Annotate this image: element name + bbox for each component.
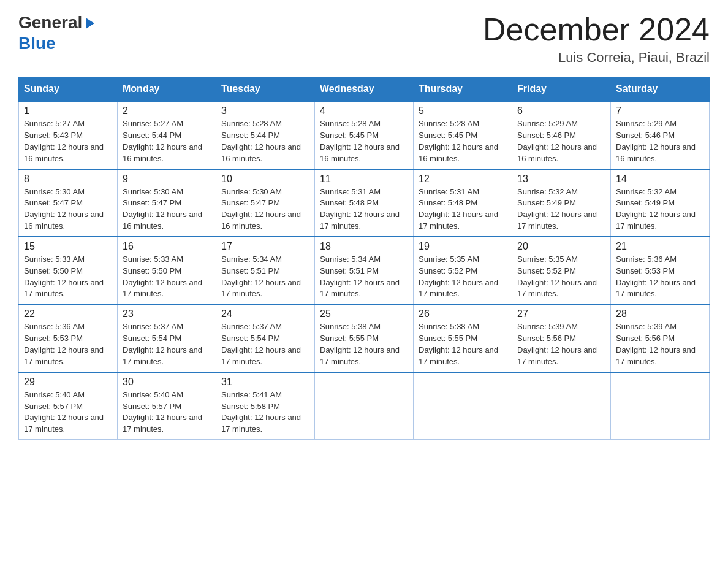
day-number: 22 [24, 308, 112, 320]
day-cell: 11Sunrise: 5:31 AMSunset: 5:48 PMDayligh… [315, 169, 414, 237]
day-info: Sunrise: 5:33 AMSunset: 5:50 PMDaylight:… [24, 254, 112, 300]
week-row-1: 1Sunrise: 5:27 AMSunset: 5:43 PMDaylight… [19, 101, 710, 169]
day-cell: 12Sunrise: 5:31 AMSunset: 5:48 PMDayligh… [414, 169, 512, 237]
day-info: Sunrise: 5:40 AMSunset: 5:57 PMDaylight:… [123, 389, 211, 435]
day-info: Sunrise: 5:38 AMSunset: 5:55 PMDaylight:… [320, 321, 408, 367]
day-cell: 19Sunrise: 5:35 AMSunset: 5:52 PMDayligh… [414, 237, 512, 304]
day-cell [512, 372, 611, 440]
day-cell: 16Sunrise: 5:33 AMSunset: 5:50 PMDayligh… [118, 237, 216, 304]
day-number: 5 [419, 105, 507, 117]
day-cell: 4Sunrise: 5:28 AMSunset: 5:45 PMDaylight… [315, 101, 414, 169]
day-info: Sunrise: 5:34 AMSunset: 5:51 PMDaylight:… [221, 254, 309, 300]
day-info: Sunrise: 5:39 AMSunset: 5:56 PMDaylight:… [616, 321, 704, 367]
day-info: Sunrise: 5:30 AMSunset: 5:47 PMDaylight:… [24, 186, 112, 232]
logo-blue: Blue [18, 34, 56, 53]
day-cell: 5Sunrise: 5:28 AMSunset: 5:45 PMDaylight… [414, 101, 512, 169]
day-info: Sunrise: 5:31 AMSunset: 5:48 PMDaylight:… [419, 186, 507, 232]
day-number: 28 [616, 308, 704, 320]
day-info: Sunrise: 5:30 AMSunset: 5:47 PMDaylight:… [123, 186, 211, 232]
day-cell: 28Sunrise: 5:39 AMSunset: 5:56 PMDayligh… [611, 304, 710, 372]
day-cell: 13Sunrise: 5:32 AMSunset: 5:49 PMDayligh… [512, 169, 611, 237]
day-number: 10 [221, 174, 309, 185]
week-row-2: 8Sunrise: 5:30 AMSunset: 5:47 PMDaylight… [19, 169, 710, 237]
day-cell [414, 372, 512, 440]
day-number: 12 [419, 174, 507, 185]
day-number: 4 [320, 105, 408, 117]
day-info: Sunrise: 5:39 AMSunset: 5:56 PMDaylight:… [517, 321, 605, 367]
day-number: 8 [24, 174, 112, 185]
header-monday: Monday [118, 77, 216, 102]
day-info: Sunrise: 5:29 AMSunset: 5:46 PMDaylight:… [616, 118, 704, 164]
day-cell: 27Sunrise: 5:39 AMSunset: 5:56 PMDayligh… [512, 304, 611, 372]
day-info: Sunrise: 5:31 AMSunset: 5:48 PMDaylight:… [320, 186, 408, 232]
day-number: 13 [517, 174, 605, 185]
header-sunday: Sunday [19, 77, 118, 102]
calendar-header-row: SundayMondayTuesdayWednesdayThursdayFrid… [19, 77, 710, 102]
day-info: Sunrise: 5:28 AMSunset: 5:45 PMDaylight:… [419, 118, 507, 164]
day-cell: 21Sunrise: 5:36 AMSunset: 5:53 PMDayligh… [611, 237, 710, 304]
day-info: Sunrise: 5:32 AMSunset: 5:49 PMDaylight:… [517, 186, 605, 232]
day-number: 18 [320, 241, 408, 252]
day-info: Sunrise: 5:27 AMSunset: 5:43 PMDaylight:… [24, 118, 112, 164]
header-tuesday: Tuesday [216, 77, 315, 102]
day-cell: 29Sunrise: 5:40 AMSunset: 5:57 PMDayligh… [19, 372, 118, 440]
day-cell: 10Sunrise: 5:30 AMSunset: 5:47 PMDayligh… [216, 169, 315, 237]
day-number: 25 [320, 308, 408, 320]
day-number: 21 [616, 241, 704, 252]
page-header: General Blue December 2024 Luis Correia,… [18, 12, 710, 66]
day-number: 1 [24, 105, 112, 117]
day-number: 9 [123, 174, 211, 185]
day-info: Sunrise: 5:40 AMSunset: 5:57 PMDaylight:… [24, 389, 112, 435]
day-cell: 30Sunrise: 5:40 AMSunset: 5:57 PMDayligh… [118, 372, 216, 440]
day-info: Sunrise: 5:36 AMSunset: 5:53 PMDaylight:… [24, 321, 112, 367]
day-cell: 31Sunrise: 5:41 AMSunset: 5:58 PMDayligh… [216, 372, 315, 440]
header-friday: Friday [512, 77, 611, 102]
day-info: Sunrise: 5:33 AMSunset: 5:50 PMDaylight:… [123, 254, 211, 300]
week-row-3: 15Sunrise: 5:33 AMSunset: 5:50 PMDayligh… [19, 237, 710, 304]
day-cell: 3Sunrise: 5:28 AMSunset: 5:44 PMDaylight… [216, 101, 315, 169]
day-info: Sunrise: 5:34 AMSunset: 5:51 PMDaylight:… [320, 254, 408, 300]
day-cell: 15Sunrise: 5:33 AMSunset: 5:50 PMDayligh… [19, 237, 118, 304]
header-saturday: Saturday [611, 77, 710, 102]
day-info: Sunrise: 5:41 AMSunset: 5:58 PMDaylight:… [221, 389, 309, 435]
day-info: Sunrise: 5:37 AMSunset: 5:54 PMDaylight:… [123, 321, 211, 367]
day-number: 16 [123, 241, 211, 252]
day-number: 3 [221, 105, 309, 117]
day-number: 6 [517, 105, 605, 117]
day-cell: 24Sunrise: 5:37 AMSunset: 5:54 PMDayligh… [216, 304, 315, 372]
location-title: Luis Correia, Piaui, Brazil [483, 50, 710, 66]
month-title: December 2024 [483, 12, 710, 47]
day-cell [611, 372, 710, 440]
day-cell: 7Sunrise: 5:29 AMSunset: 5:46 PMDaylight… [611, 101, 710, 169]
day-info: Sunrise: 5:27 AMSunset: 5:44 PMDaylight:… [123, 118, 211, 164]
day-info: Sunrise: 5:38 AMSunset: 5:55 PMDaylight:… [419, 321, 507, 367]
day-info: Sunrise: 5:37 AMSunset: 5:54 PMDaylight:… [221, 321, 309, 367]
calendar-table: SundayMondayTuesdayWednesdayThursdayFrid… [18, 77, 710, 440]
day-number: 29 [24, 377, 112, 388]
day-info: Sunrise: 5:35 AMSunset: 5:52 PMDaylight:… [517, 254, 605, 300]
logo-general: General [18, 12, 82, 33]
day-info: Sunrise: 5:29 AMSunset: 5:46 PMDaylight:… [517, 118, 605, 164]
day-info: Sunrise: 5:28 AMSunset: 5:45 PMDaylight:… [320, 118, 408, 164]
day-info: Sunrise: 5:35 AMSunset: 5:52 PMDaylight:… [419, 254, 507, 300]
week-row-4: 22Sunrise: 5:36 AMSunset: 5:53 PMDayligh… [19, 304, 710, 372]
day-number: 24 [221, 308, 309, 320]
day-cell: 23Sunrise: 5:37 AMSunset: 5:54 PMDayligh… [118, 304, 216, 372]
day-number: 27 [517, 308, 605, 320]
day-number: 11 [320, 174, 408, 185]
day-info: Sunrise: 5:36 AMSunset: 5:53 PMDaylight:… [616, 254, 704, 300]
day-number: 30 [123, 377, 211, 388]
day-number: 7 [616, 105, 704, 117]
week-row-5: 29Sunrise: 5:40 AMSunset: 5:57 PMDayligh… [19, 372, 710, 440]
logo-arrow-icon [83, 17, 97, 30]
day-cell: 14Sunrise: 5:32 AMSunset: 5:49 PMDayligh… [611, 169, 710, 237]
day-info: Sunrise: 5:28 AMSunset: 5:44 PMDaylight:… [221, 118, 309, 164]
day-cell: 26Sunrise: 5:38 AMSunset: 5:55 PMDayligh… [414, 304, 512, 372]
day-number: 15 [24, 241, 112, 252]
day-info: Sunrise: 5:30 AMSunset: 5:47 PMDaylight:… [221, 186, 309, 232]
day-cell [315, 372, 414, 440]
day-number: 26 [419, 308, 507, 320]
calendar-body: 1Sunrise: 5:27 AMSunset: 5:43 PMDaylight… [19, 101, 710, 439]
day-cell: 2Sunrise: 5:27 AMSunset: 5:44 PMDaylight… [118, 101, 216, 169]
day-number: 31 [221, 377, 309, 388]
